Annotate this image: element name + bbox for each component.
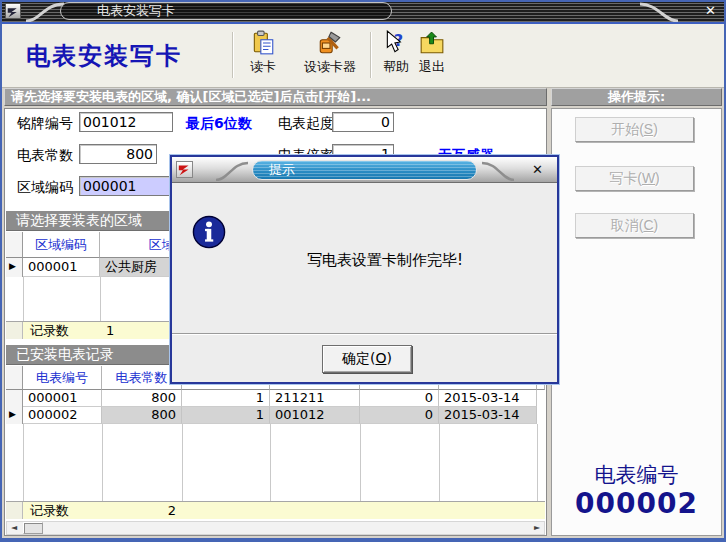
operation-hint-title: 操作提示:: [608, 89, 665, 104]
table-cell[interactable]: 0: [360, 390, 439, 407]
window-title: 电表安装写卡: [97, 3, 175, 18]
titlebar-swoosh-right: [640, 2, 680, 22]
meter-constant-input[interactable]: [79, 144, 157, 164]
toolbar-separator: [370, 32, 371, 78]
setup-reader-button[interactable]: 设读卡器: [295, 30, 365, 82]
area-row-code[interactable]: 000001: [23, 258, 100, 277]
area-selector-header: [6, 232, 23, 258]
app-window: 电表安装写卡 ✕ 电表安装写卡 读卡: [0, 0, 726, 542]
area-code-input[interactable]: [79, 176, 173, 196]
table-cell[interactable]: 211211: [270, 390, 360, 407]
meter-no-value: 000002: [552, 487, 721, 520]
dialog-message: 写电表设置卡制作完毕!: [307, 251, 463, 270]
start-reading-input[interactable]: [332, 112, 394, 132]
grid-line: [270, 424, 271, 501]
cancel-button[interactable]: 取消(C): [575, 213, 694, 238]
table-cell[interactable]: 800: [102, 390, 182, 407]
dialog-logo-icon: [176, 161, 193, 178]
grid-line: [182, 424, 183, 501]
dialog-body: 写电表设置卡制作完毕! 确定(O): [172, 183, 557, 386]
close-icon[interactable]: ✕: [705, 3, 716, 18]
start-reading-label: 电表起度: [278, 115, 334, 133]
meter-selector-header: [6, 366, 23, 390]
page-title: 电表安装写卡: [26, 40, 182, 72]
help-icon: ?: [376, 30, 416, 58]
instruction-bar: 请先选择要安装电表的区域, 确认[区域已选定]后点击[开始]...: [4, 88, 547, 106]
row-selector: ▶: [6, 258, 23, 277]
scrollbar-thumb[interactable]: [23, 522, 43, 534]
table-cell[interactable]: 800: [102, 407, 182, 424]
footer-stub: [6, 502, 23, 519]
exit-button[interactable]: 退出: [412, 30, 452, 82]
row-selector-arrow-icon: ▶: [9, 261, 16, 271]
nameplate-label: 铭牌编号: [17, 115, 73, 133]
meter-constant-label: 电表常数: [17, 147, 73, 165]
meter-record-count-value: 2: [102, 502, 176, 519]
scroll-left-icon[interactable]: ◄: [7, 522, 21, 534]
start-button[interactable]: 开始(S): [575, 117, 694, 142]
setup-reader-icon: [295, 30, 365, 58]
dialog-swoosh-left: [216, 161, 250, 181]
table-cell[interactable]: 2015-03-14: [439, 407, 537, 424]
area-code-label: 区域编码: [17, 179, 73, 197]
scroll-right-icon[interactable]: ►: [530, 522, 544, 534]
grid-line: [537, 424, 538, 501]
grid-line: [23, 424, 24, 501]
footer-stub: [6, 322, 23, 339]
meter-record-count-label: 记录数: [30, 502, 69, 519]
operation-hint-bar: 操作提示:: [551, 88, 722, 106]
dialog-close-icon[interactable]: ✕: [532, 162, 543, 177]
meter-no-label: 电表编号: [552, 461, 721, 489]
exit-icon: [412, 30, 452, 58]
grid-line: [100, 277, 101, 321]
row-selector: [6, 390, 23, 407]
grid-line: [23, 277, 24, 321]
help-label: 帮助: [376, 58, 416, 76]
row-selector-arrow-icon: ▶: [9, 409, 16, 419]
table-cell[interactable]: 001012: [270, 407, 360, 424]
ok-button-label: 确定(: [342, 350, 375, 366]
dialog-separator: [172, 333, 557, 335]
dialog-title: 提示: [269, 162, 295, 177]
toolbar-separator: [232, 32, 233, 78]
grid-line: [102, 424, 103, 501]
meter-table: 电表编号 电表常数 000001 800 1 211211 0 2015-03-…: [6, 366, 545, 501]
tip-dialog: 提示 ✕ 写电表设置卡制作完毕! 确定(O): [170, 155, 559, 384]
setup-reader-label: 设读卡器: [295, 58, 365, 76]
help-button[interactable]: ? 帮助: [376, 30, 416, 82]
cancel-button-label: 取消(: [611, 217, 644, 233]
write-card-button[interactable]: 写卡(W): [575, 166, 694, 191]
toolbar: 电表安装写卡 读卡 设读卡器: [0, 24, 726, 88]
start-button-label: 开始(: [611, 121, 644, 137]
meter-no-column-header[interactable]: 电表编号: [23, 366, 102, 390]
write-card-button-label: 写卡(: [609, 170, 642, 186]
horizontal-scrollbar[interactable]: ◄ ►: [6, 521, 545, 535]
area-record-count-value: 1: [106, 322, 114, 339]
nameplate-input[interactable]: [79, 112, 173, 132]
table-cell[interactable]: 000001: [23, 390, 102, 407]
instruction-text: 请先选择要安装电表的区域, 确认[区域已选定]后点击[开始]...: [11, 89, 371, 104]
table-cell[interactable]: 1: [182, 390, 270, 407]
row-selector: ▶: [6, 407, 23, 424]
app-logo-icon: [5, 3, 21, 19]
area-record-count-label: 记录数: [30, 322, 69, 339]
table-cell[interactable]: 0: [360, 407, 439, 424]
table-cell[interactable]: 2015-03-14: [439, 390, 537, 407]
grid-line: [360, 424, 361, 501]
ok-button[interactable]: 确定(O): [322, 345, 412, 373]
meter-table-footer: 记录数 2: [6, 501, 545, 519]
read-card-label: 读卡: [240, 58, 286, 76]
read-card-icon: [240, 30, 286, 58]
table-cell[interactable]: 000002: [23, 407, 102, 424]
action-panel: 开始(S) 写卡(W) 取消(C) 电表编号 000002: [551, 108, 722, 536]
table-cell[interactable]: 1: [182, 407, 270, 424]
dialog-title-pill: 提示: [252, 160, 477, 180]
read-card-button[interactable]: 读卡: [240, 30, 286, 82]
exit-label: 退出: [412, 58, 452, 76]
last6-hint: 最后6位数: [186, 115, 252, 133]
titlebar: 电表安装写卡 ✕: [0, 0, 726, 24]
dialog-titlebar: 提示 ✕: [172, 157, 557, 183]
area-code-column-header[interactable]: 区域编码: [23, 232, 100, 258]
grid-line: [439, 424, 440, 501]
info-icon: [192, 215, 226, 249]
